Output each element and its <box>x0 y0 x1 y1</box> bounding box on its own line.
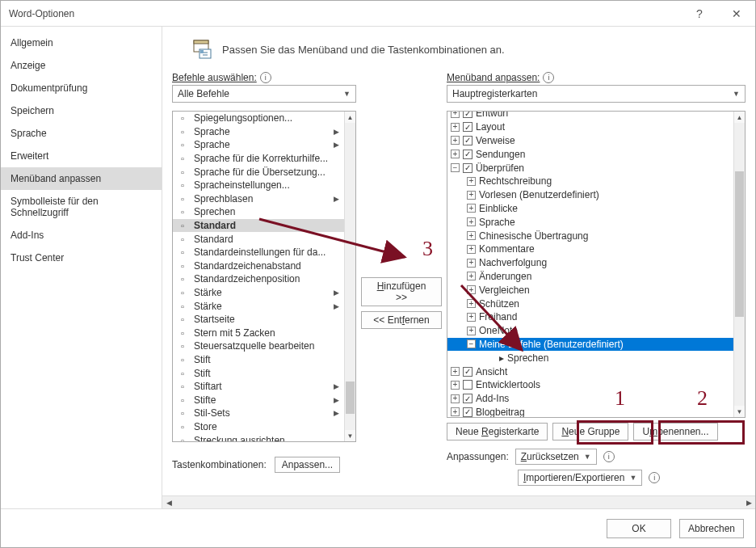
command-item[interactable]: ▫Steuersatzquelle bearbeiten <box>173 339 344 353</box>
tree-item[interactable]: −Meine Befehle (Benutzerdefiniert) <box>447 338 733 352</box>
ok-button[interactable]: OK <box>607 519 671 538</box>
scroll-left-icon[interactable]: ◀ <box>162 496 175 508</box>
info-icon[interactable]: i <box>603 451 615 462</box>
command-item[interactable]: ▫Stärke▶ <box>173 286 344 300</box>
expander-icon[interactable]: + <box>467 245 476 254</box>
expander-icon[interactable]: + <box>467 299 476 308</box>
command-item[interactable]: ▫Stern mit 5 Zacken <box>173 327 344 340</box>
command-item[interactable]: ▫Sprache für die Korrekturhilfe... <box>173 152 344 166</box>
sidebar-item[interactable]: Erweitert <box>1 145 162 167</box>
customize-kbd-button[interactable]: Anpassen... <box>275 457 340 473</box>
command-item[interactable]: ▫Stiftart▶ <box>173 380 344 394</box>
checkbox[interactable]: ✓ <box>463 111 472 118</box>
commands-listbox[interactable]: ▫Spiegelungsoptionen...▫Sprache▶▫Sprache… <box>172 111 356 442</box>
info-icon[interactable]: i <box>543 72 554 83</box>
expander-icon[interactable]: + <box>451 136 460 145</box>
checkbox[interactable] <box>463 380 472 390</box>
tree-item[interactable]: +Freihand <box>447 310 733 324</box>
sidebar-item[interactable]: Symbolleiste für den Schnellzugriff <box>1 190 162 224</box>
command-item[interactable]: ▫Sprache▶ <box>173 125 344 139</box>
info-icon[interactable]: i <box>260 72 271 83</box>
expander-icon[interactable]: + <box>451 407 460 416</box>
tree-item[interactable]: +✓Add-Ins <box>447 392 733 406</box>
tree-item[interactable]: +✓Sendungen <box>447 147 733 161</box>
tree-item[interactable]: +Chinesische Übertragung <box>447 229 733 242</box>
tree-item[interactable]: +✓Blogbeitrag <box>447 406 733 417</box>
command-item[interactable]: ▫Streckung ausrichten <box>173 433 344 441</box>
command-item[interactable]: ▫Sprache▶ <box>173 138 344 152</box>
checkbox[interactable]: ✓ <box>463 407 472 417</box>
sidebar-item[interactable]: Sprache <box>1 122 162 145</box>
expander-icon[interactable]: + <box>451 111 460 118</box>
expander-icon[interactable]: + <box>467 272 476 280</box>
tree-item[interactable]: +Vorlesen (Benutzerdefiniert) <box>447 188 733 202</box>
command-item[interactable]: ▫Standard <box>173 232 344 246</box>
scroll-right-icon[interactable]: ▶ <box>742 496 755 508</box>
commands-dropdown[interactable]: Alle Befehle ▼ <box>172 85 356 103</box>
expander-icon[interactable]: + <box>451 367 460 376</box>
command-item[interactable]: ▫Spracheinstellungen... <box>173 179 344 192</box>
sidebar-item[interactable]: Menüband anpassen <box>1 167 162 190</box>
expander-icon[interactable]: + <box>467 204 476 213</box>
expander-icon[interactable]: + <box>467 217 476 226</box>
info-icon[interactable]: i <box>649 472 660 483</box>
scroll-up-icon[interactable]: ▲ <box>345 112 355 123</box>
command-item[interactable]: ▫Standardzeichenposition <box>173 272 344 286</box>
tree-item[interactable]: +✓Ansicht <box>447 365 733 378</box>
cancel-button[interactable]: Abbrechen <box>679 519 744 538</box>
expander-icon[interactable]: + <box>467 259 476 268</box>
expander-icon[interactable]: − <box>451 163 460 172</box>
tree-item[interactable]: +✓Layout <box>447 120 733 134</box>
checkbox[interactable]: ✓ <box>463 122 472 132</box>
sidebar-item[interactable]: Dokumentprüfung <box>1 77 162 99</box>
sidebar-item[interactable]: Trust Center <box>1 247 162 269</box>
tree-item[interactable]: +Vergleichen <box>447 283 733 297</box>
tree-item[interactable]: +Einblicke <box>447 202 733 216</box>
tree-item[interactable]: +Kommentare <box>447 242 733 256</box>
sidebar-item[interactable]: Anzeige <box>1 54 162 77</box>
scroll-up-icon[interactable]: ▲ <box>734 112 745 123</box>
scroll-down-icon[interactable]: ▼ <box>345 430 355 441</box>
new-tab-button[interactable]: Neue Registerkarte <box>447 423 548 441</box>
checkbox[interactable]: ✓ <box>463 367 472 377</box>
expander-icon[interactable]: + <box>467 231 476 240</box>
checkbox[interactable]: ✓ <box>463 163 472 173</box>
command-item[interactable]: ▫Spiegelungsoptionen... <box>173 112 344 125</box>
expander-icon[interactable]: + <box>467 177 476 186</box>
tree-item[interactable]: +Entwicklertools <box>447 378 733 392</box>
command-item[interactable]: ▫Stil-Sets▶ <box>173 407 344 420</box>
command-item[interactable]: ▫Store <box>173 420 344 434</box>
checkbox[interactable]: ✓ <box>463 136 472 145</box>
tree-item[interactable]: +OneNote <box>447 324 733 338</box>
close-button[interactable]: ✕ <box>718 1 755 27</box>
command-item[interactable]: ▫Stift <box>173 366 344 380</box>
expander-icon[interactable]: + <box>467 313 476 322</box>
new-group-button[interactable]: Neue Gruppe <box>552 423 628 441</box>
expander-icon[interactable]: + <box>467 327 476 335</box>
command-item[interactable]: ▫Standardeinstellungen für da... <box>173 246 344 259</box>
command-item[interactable]: ▫Sprechen <box>173 205 344 219</box>
command-item[interactable]: ▫Stärke▶ <box>173 299 344 313</box>
scrollbar-horizontal[interactable]: ◀ ▶ <box>162 495 755 508</box>
tree-item[interactable]: +Nachverfolgung <box>447 256 733 270</box>
command-item[interactable]: ▫Startseite <box>173 313 344 327</box>
tree-item[interactable]: +✓Verweise <box>447 134 733 148</box>
expander-icon[interactable]: + <box>451 123 460 132</box>
tree-item[interactable]: +Sprache <box>447 215 733 229</box>
checkbox[interactable]: ✓ <box>463 394 472 403</box>
expander-icon[interactable]: + <box>467 191 476 200</box>
sidebar-item[interactable]: Add-Ins <box>1 224 162 247</box>
remove-button[interactable]: << Entfernen <box>361 311 442 329</box>
command-item[interactable]: ▫Standardzeichenabstand <box>173 259 344 273</box>
rename-button[interactable]: Umbenennen... <box>633 423 717 441</box>
expander-icon[interactable]: + <box>467 285 476 294</box>
add-button[interactable]: Hinzufügen >> <box>361 277 442 306</box>
help-button[interactable]: ? <box>681 1 718 27</box>
scrollbar-vertical[interactable]: ▲ ▼ <box>344 112 355 441</box>
expander-icon[interactable]: + <box>451 150 460 158</box>
expander-icon[interactable]: + <box>451 381 460 390</box>
command-item[interactable]: ▫Stifte▶ <box>173 393 344 407</box>
sidebar-item[interactable]: Speichern <box>1 99 162 122</box>
tree-item[interactable]: +✓Entwurf <box>447 111 733 120</box>
command-item[interactable]: ▫Sprechblasen▶ <box>173 192 344 206</box>
